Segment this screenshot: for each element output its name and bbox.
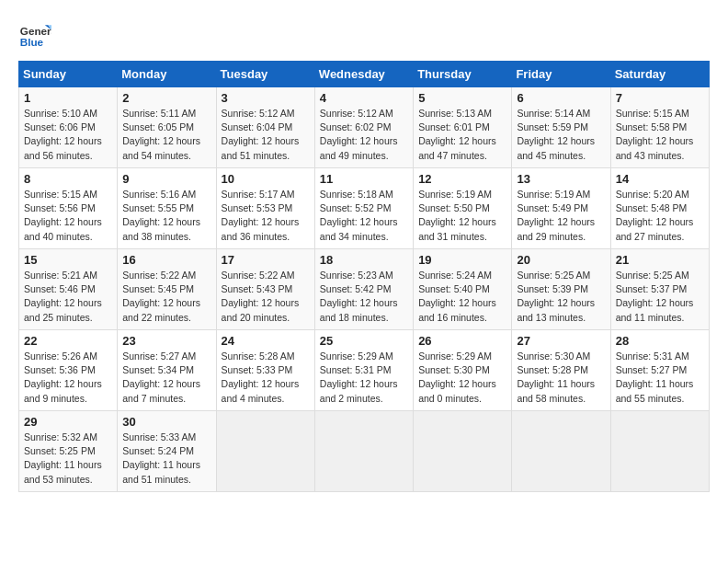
- day-info: Sunrise: 5:30 AM Sunset: 5:28 PM Dayligh…: [517, 350, 605, 406]
- page-header: General Blue: [18, 18, 710, 52]
- calendar-week: 15Sunrise: 5:21 AM Sunset: 5:46 PM Dayli…: [19, 249, 710, 330]
- header-day: Thursday: [414, 62, 512, 87]
- day-number: 18: [320, 253, 408, 267]
- header-day: Sunday: [19, 62, 118, 87]
- day-info: Sunrise: 5:19 AM Sunset: 5:49 PM Dayligh…: [517, 188, 605, 244]
- day-number: 17: [222, 253, 310, 267]
- calendar-cell: 23Sunrise: 5:27 AM Sunset: 5:34 PM Dayli…: [118, 330, 216, 411]
- day-number: 29: [24, 415, 112, 429]
- calendar-cell: 14Sunrise: 5:20 AM Sunset: 5:48 PM Dayli…: [610, 168, 709, 249]
- calendar-cell: [216, 411, 314, 492]
- day-number: 24: [222, 334, 310, 348]
- day-number: 30: [122, 415, 210, 429]
- calendar-cell: 15Sunrise: 5:21 AM Sunset: 5:46 PM Dayli…: [19, 249, 118, 330]
- day-number: 7: [616, 91, 704, 105]
- day-number: 13: [517, 172, 605, 186]
- day-number: 23: [122, 334, 210, 348]
- calendar-cell: 8Sunrise: 5:15 AM Sunset: 5:56 PM Daylig…: [19, 168, 118, 249]
- day-number: 14: [616, 172, 704, 186]
- calendar-cell: 2Sunrise: 5:11 AM Sunset: 6:05 PM Daylig…: [118, 87, 216, 168]
- day-info: Sunrise: 5:25 AM Sunset: 5:37 PM Dayligh…: [616, 269, 704, 325]
- day-info: Sunrise: 5:20 AM Sunset: 5:48 PM Dayligh…: [616, 188, 704, 244]
- calendar-cell: 1Sunrise: 5:10 AM Sunset: 6:06 PM Daylig…: [19, 87, 118, 168]
- day-info: Sunrise: 5:11 AM Sunset: 6:05 PM Dayligh…: [122, 107, 210, 163]
- day-number: 8: [24, 172, 112, 186]
- day-info: Sunrise: 5:22 AM Sunset: 5:43 PM Dayligh…: [222, 269, 310, 325]
- calendar-cell: 25Sunrise: 5:29 AM Sunset: 5:31 PM Dayli…: [314, 330, 413, 411]
- calendar-week: 22Sunrise: 5:26 AM Sunset: 5:36 PM Dayli…: [19, 330, 710, 411]
- calendar-cell: 13Sunrise: 5:19 AM Sunset: 5:49 PM Dayli…: [512, 168, 610, 249]
- calendar-cell: 26Sunrise: 5:29 AM Sunset: 5:30 PM Dayli…: [414, 330, 512, 411]
- header-day: Monday: [118, 62, 216, 87]
- calendar-cell: 21Sunrise: 5:25 AM Sunset: 5:37 PM Dayli…: [610, 249, 709, 330]
- day-number: 20: [517, 253, 605, 267]
- day-number: 16: [122, 253, 210, 267]
- calendar-cell: [610, 411, 709, 492]
- calendar-cell: 30Sunrise: 5:33 AM Sunset: 5:24 PM Dayli…: [118, 411, 216, 492]
- calendar-week: 29Sunrise: 5:32 AM Sunset: 5:25 PM Dayli…: [19, 411, 710, 492]
- header-day: Wednesday: [314, 62, 413, 87]
- day-info: Sunrise: 5:12 AM Sunset: 6:02 PM Dayligh…: [320, 107, 408, 163]
- calendar-cell: 10Sunrise: 5:17 AM Sunset: 5:53 PM Dayli…: [216, 168, 314, 249]
- day-info: Sunrise: 5:18 AM Sunset: 5:52 PM Dayligh…: [320, 188, 408, 244]
- day-number: 3: [222, 91, 310, 105]
- calendar-table: SundayMondayTuesdayWednesdayThursdayFrid…: [18, 61, 710, 492]
- day-number: 6: [517, 91, 605, 105]
- day-info: Sunrise: 5:17 AM Sunset: 5:53 PM Dayligh…: [222, 188, 310, 244]
- calendar-week: 8Sunrise: 5:15 AM Sunset: 5:56 PM Daylig…: [19, 168, 710, 249]
- day-number: 28: [616, 334, 704, 348]
- header-day: Tuesday: [216, 62, 314, 87]
- calendar-cell: 22Sunrise: 5:26 AM Sunset: 5:36 PM Dayli…: [19, 330, 118, 411]
- day-info: Sunrise: 5:27 AM Sunset: 5:34 PM Dayligh…: [122, 350, 210, 406]
- day-info: Sunrise: 5:21 AM Sunset: 5:46 PM Dayligh…: [24, 269, 112, 325]
- calendar-cell: 24Sunrise: 5:28 AM Sunset: 5:33 PM Dayli…: [216, 330, 314, 411]
- day-info: Sunrise: 5:15 AM Sunset: 5:58 PM Dayligh…: [616, 107, 704, 163]
- day-info: Sunrise: 5:15 AM Sunset: 5:56 PM Dayligh…: [24, 188, 112, 244]
- calendar-cell: 11Sunrise: 5:18 AM Sunset: 5:52 PM Dayli…: [314, 168, 413, 249]
- logo-icon: General Blue: [18, 18, 51, 52]
- calendar-cell: 16Sunrise: 5:22 AM Sunset: 5:45 PM Dayli…: [118, 249, 216, 330]
- day-info: Sunrise: 5:28 AM Sunset: 5:33 PM Dayligh…: [222, 350, 310, 406]
- calendar-cell: 28Sunrise: 5:31 AM Sunset: 5:27 PM Dayli…: [610, 330, 709, 411]
- calendar-header: SundayMondayTuesdayWednesdayThursdayFrid…: [19, 62, 710, 87]
- calendar-cell: 27Sunrise: 5:30 AM Sunset: 5:28 PM Dayli…: [512, 330, 610, 411]
- day-info: Sunrise: 5:14 AM Sunset: 5:59 PM Dayligh…: [517, 107, 605, 163]
- calendar-cell: [314, 411, 413, 492]
- calendar-body: 1Sunrise: 5:10 AM Sunset: 6:06 PM Daylig…: [19, 87, 710, 492]
- day-info: Sunrise: 5:23 AM Sunset: 5:42 PM Dayligh…: [320, 269, 408, 325]
- day-number: 1: [24, 91, 112, 105]
- day-number: 26: [418, 334, 506, 348]
- calendar-cell: 6Sunrise: 5:14 AM Sunset: 5:59 PM Daylig…: [512, 87, 610, 168]
- day-info: Sunrise: 5:29 AM Sunset: 5:31 PM Dayligh…: [320, 350, 408, 406]
- header-day: Saturday: [610, 62, 709, 87]
- day-info: Sunrise: 5:12 AM Sunset: 6:04 PM Dayligh…: [222, 107, 310, 163]
- calendar-cell: 4Sunrise: 5:12 AM Sunset: 6:02 PM Daylig…: [314, 87, 413, 168]
- day-number: 4: [320, 91, 408, 105]
- day-info: Sunrise: 5:10 AM Sunset: 6:06 PM Dayligh…: [24, 107, 112, 163]
- day-number: 9: [122, 172, 210, 186]
- day-number: 15: [24, 253, 112, 267]
- calendar-cell: 17Sunrise: 5:22 AM Sunset: 5:43 PM Dayli…: [216, 249, 314, 330]
- day-number: 21: [616, 253, 704, 267]
- day-info: Sunrise: 5:31 AM Sunset: 5:27 PM Dayligh…: [616, 350, 704, 406]
- day-number: 12: [418, 172, 506, 186]
- calendar-week: 1Sunrise: 5:10 AM Sunset: 6:06 PM Daylig…: [19, 87, 710, 168]
- calendar-cell: [512, 411, 610, 492]
- day-number: 19: [418, 253, 506, 267]
- day-info: Sunrise: 5:29 AM Sunset: 5:30 PM Dayligh…: [418, 350, 506, 406]
- day-number: 22: [24, 334, 112, 348]
- day-number: 25: [320, 334, 408, 348]
- day-info: Sunrise: 5:19 AM Sunset: 5:50 PM Dayligh…: [418, 188, 506, 244]
- day-number: 5: [418, 91, 506, 105]
- day-number: 2: [122, 91, 210, 105]
- header-day: Friday: [512, 62, 610, 87]
- day-number: 10: [222, 172, 310, 186]
- calendar-cell: 18Sunrise: 5:23 AM Sunset: 5:42 PM Dayli…: [314, 249, 413, 330]
- calendar-cell: 9Sunrise: 5:16 AM Sunset: 5:55 PM Daylig…: [118, 168, 216, 249]
- calendar-cell: 20Sunrise: 5:25 AM Sunset: 5:39 PM Dayli…: [512, 249, 610, 330]
- calendar-cell: 12Sunrise: 5:19 AM Sunset: 5:50 PM Dayli…: [414, 168, 512, 249]
- day-info: Sunrise: 5:25 AM Sunset: 5:39 PM Dayligh…: [517, 269, 605, 325]
- svg-text:Blue: Blue: [20, 36, 44, 48]
- day-info: Sunrise: 5:22 AM Sunset: 5:45 PM Dayligh…: [122, 269, 210, 325]
- day-number: 27: [517, 334, 605, 348]
